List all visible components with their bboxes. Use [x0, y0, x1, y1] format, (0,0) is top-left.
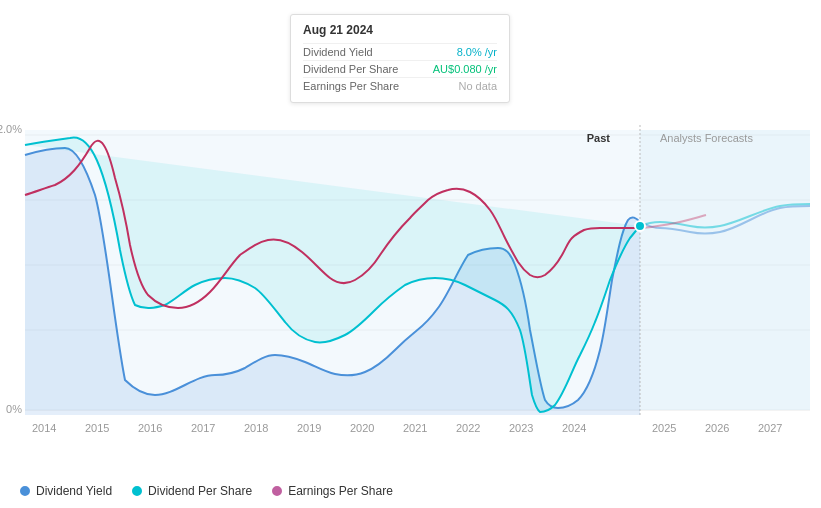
svg-text:Analysts Forecasts: Analysts Forecasts	[660, 132, 753, 144]
svg-rect-6	[640, 130, 810, 410]
tooltip-dividend-yield-label: Dividend Yield	[303, 46, 373, 58]
tooltip-date: Aug 21 2024	[303, 23, 497, 37]
tooltip-earnings-per-share-row: Earnings Per Share No data	[303, 77, 497, 94]
legend-dividend-yield: Dividend Yield	[20, 484, 112, 498]
svg-text:2022: 2022	[456, 422, 480, 434]
svg-text:2027: 2027	[758, 422, 782, 434]
tooltip-earnings-per-share-label: Earnings Per Share	[303, 80, 399, 92]
svg-text:2014: 2014	[32, 422, 56, 434]
tooltip-dividend-per-share-label: Dividend Per Share	[303, 63, 398, 75]
tooltip-dividend-yield-value: 8.0% /yr	[457, 46, 497, 58]
legend-dot-dividend-yield	[20, 486, 30, 496]
svg-text:2026: 2026	[705, 422, 729, 434]
legend-label-dividend-yield: Dividend Yield	[36, 484, 112, 498]
svg-text:2016: 2016	[138, 422, 162, 434]
svg-text:2023: 2023	[509, 422, 533, 434]
tooltip-dividend-per-share-value: AU$0.080 /yr	[433, 63, 497, 75]
legend-dot-dividend-per-share	[132, 486, 142, 496]
svg-text:Past: Past	[587, 132, 611, 144]
chart-container: Past Analysts Forecasts 12.0% 0% 2014 20…	[0, 0, 821, 508]
svg-text:2021: 2021	[403, 422, 427, 434]
svg-text:12.0%: 12.0%	[0, 123, 22, 135]
svg-text:2025: 2025	[652, 422, 676, 434]
tooltip-dividend-yield-row: Dividend Yield 8.0% /yr	[303, 43, 497, 60]
svg-text:2017: 2017	[191, 422, 215, 434]
svg-point-8	[635, 221, 645, 231]
svg-text:2019: 2019	[297, 422, 321, 434]
svg-text:2018: 2018	[244, 422, 268, 434]
svg-text:2015: 2015	[85, 422, 109, 434]
tooltip-dividend-per-share-row: Dividend Per Share AU$0.080 /yr	[303, 60, 497, 77]
legend: Dividend Yield Dividend Per Share Earnin…	[20, 484, 393, 498]
legend-dividend-per-share: Dividend Per Share	[132, 484, 252, 498]
svg-text:2024: 2024	[562, 422, 586, 434]
legend-dot-earnings-per-share	[272, 486, 282, 496]
tooltip-earnings-per-share-value: No data	[458, 80, 497, 92]
legend-label-earnings-per-share: Earnings Per Share	[288, 484, 393, 498]
svg-text:2020: 2020	[350, 422, 374, 434]
legend-label-dividend-per-share: Dividend Per Share	[148, 484, 252, 498]
tooltip: Aug 21 2024 Dividend Yield 8.0% /yr Divi…	[290, 14, 510, 103]
svg-text:0%: 0%	[6, 403, 22, 415]
legend-earnings-per-share: Earnings Per Share	[272, 484, 393, 498]
